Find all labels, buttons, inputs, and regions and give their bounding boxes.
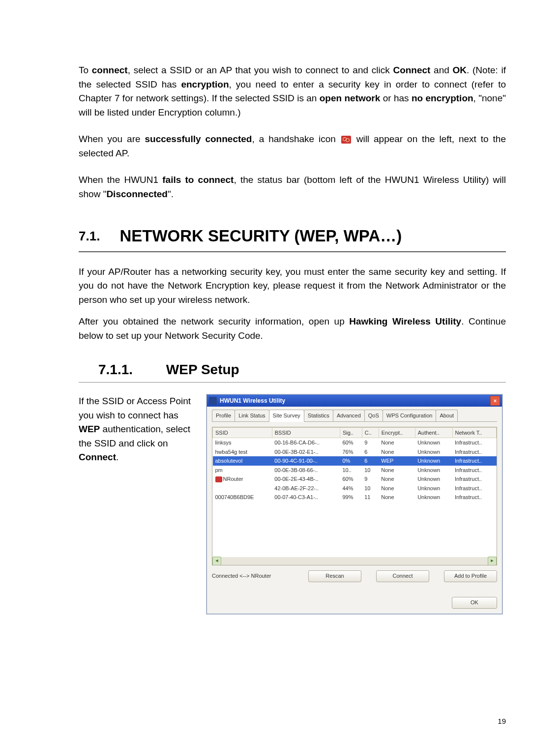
tab-wps[interactable]: WPS Configuration [383,410,437,421]
list-header-row[interactable]: SSID BSSID Sig.. C.. Encrypt.. Authent..… [213,427,497,438]
network-list[interactable]: SSID BSSID Sig.. C.. Encrypt.. Authent..… [212,427,497,565]
handshake-icon [341,136,351,144]
tab-statistics[interactable]: Statistics [304,410,333,421]
table-row[interactable]: 42-0B-AE-2F-22-..44%10NoneUnknownInfrast… [213,484,497,493]
col-ssid[interactable]: SSID [213,427,272,438]
col-sig[interactable]: Sig.. [340,427,362,438]
tab-site-survey[interactable]: Site Survey [269,410,304,422]
dialog-titlebar[interactable]: HWUN1 Wireless Utility × [207,395,502,407]
app-icon [209,397,217,405]
paragraph-connect: To connect, select a SSID or an AP that … [79,63,506,119]
table-row[interactable]: absolutevol00-90-4C-91-00-..0%6WEPUnknow… [213,456,497,466]
section-heading: 7.1. NETWORK SECURITY (WEP, WPA…) [79,224,506,252]
paragraph-open-utility: After you obtained the network security … [79,315,506,343]
tab-link-status[interactable]: Link Status [235,410,269,421]
connect-button[interactable]: Connect [376,570,429,582]
close-icon[interactable]: × [490,396,500,406]
paragraph-success: When you are successfully connected, a h… [79,132,506,160]
col-encrypt[interactable]: Encrypt.. [379,427,415,438]
rescan-button[interactable]: Rescan [308,570,361,582]
wireless-utility-dialog: HWUN1 Wireless Utility × Profile Link St… [206,394,502,614]
wep-instructions: If the SSID or Access Point you wish to … [79,394,197,465]
col-network-type[interactable]: Network T.. [452,427,496,438]
dialog-title: HWUN1 Wireless Utility [220,396,490,405]
col-bssid[interactable]: BSSID [272,427,340,438]
tab-qos[interactable]: QoS [364,410,383,421]
status-text: Connected <--> NRouter [212,572,294,580]
page-number: 19 [498,717,506,725]
paragraph-security-intro: If your AP/Router has a networking secur… [79,265,506,307]
ok-button[interactable]: OK [452,597,497,609]
tab-profile[interactable]: Profile [212,410,235,421]
col-channel[interactable]: C.. [362,427,379,438]
section-title: NETWORK SECURITY (WEP, WPA…) [119,224,402,248]
scroll-right-icon[interactable]: ► [488,557,497,565]
table-row[interactable]: hwba54g test00-0E-3B-02-E1-..76%6NoneUnk… [213,447,497,457]
add-to-profile-button[interactable]: Add to Profile [444,570,497,582]
section-number: 7.1. [79,224,100,248]
subsection-heading: 7.1.1. WEP Setup [79,359,506,383]
scroll-left-icon[interactable]: ◄ [212,557,221,565]
tab-strip: Profile Link Status Site Survey Statisti… [212,410,497,422]
subsection-title: WEP Setup [166,362,239,377]
table-row[interactable]: linksys00-16-B6-CA-D6-..60%9NoneUnknownI… [213,438,497,447]
tab-about[interactable]: About [436,410,458,421]
tab-advanced[interactable]: Advanced [333,410,365,421]
horizontal-scrollbar[interactable]: ◄ ► [212,557,497,565]
subsection-number: 7.1.1. [98,362,133,377]
table-row[interactable]: 000740B6BD9E00-07-40-C3-A1-..99%11NoneUn… [213,493,497,502]
table-row[interactable]: pm00-0E-3B-08-66-..10..10NoneUnknownInfr… [213,466,497,475]
paragraph-fail: When the HWUN1 fails to connect, the sta… [79,173,506,201]
table-row[interactable]: NRouter00-0E-2E-43-4B-..60%9NoneUnknownI… [213,474,497,484]
handshake-icon [215,476,222,482]
col-authent[interactable]: Authent.. [415,427,452,438]
